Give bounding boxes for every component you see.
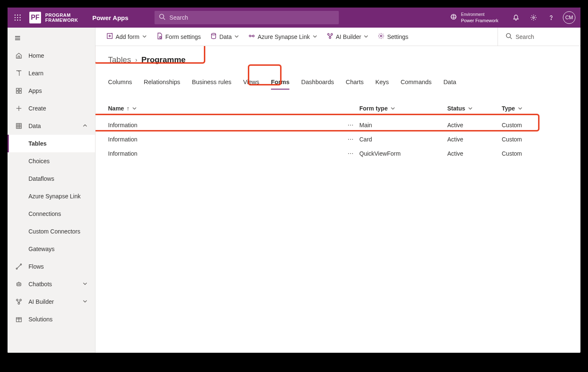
- cmd-settings[interactable]: Settings: [374, 31, 412, 42]
- notifications-icon[interactable]: [512, 13, 520, 22]
- cell-form-type: Main: [359, 122, 447, 128]
- sidebar-item-solutions[interactable]: Solutions: [8, 310, 95, 328]
- sidebar-toggle[interactable]: [8, 29, 28, 47]
- tab-relationships[interactable]: Relationships: [144, 75, 180, 90]
- column-type[interactable]: Type: [502, 105, 552, 112]
- brand[interactable]: PF PROGRAM FRAMEWORK: [28, 12, 83, 23]
- svg-rect-19: [19, 88, 21, 90]
- cell-status: Active: [447, 122, 502, 128]
- environment-name: Power Framework: [461, 18, 498, 23]
- doc-gear-icon: [156, 33, 163, 41]
- row-more-icon[interactable]: ⋯: [343, 122, 359, 128]
- sidebar-item-home[interactable]: Home: [8, 47, 95, 64]
- sidebar-subitem-dataflows[interactable]: Dataflows: [8, 170, 95, 187]
- tab-commands[interactable]: Commands: [400, 75, 431, 90]
- cmd-label: Add form: [116, 33, 139, 40]
- tab-charts[interactable]: Charts: [346, 75, 364, 90]
- tab-views[interactable]: Views: [243, 75, 259, 90]
- sidebar-subitem-azure-synapse-link[interactable]: Azure Synapse Link: [8, 187, 95, 205]
- tab-columns[interactable]: Columns: [108, 75, 132, 90]
- table-row[interactable]: Information⋯MainActiveCustom: [108, 118, 568, 132]
- brand-logo: PF: [29, 12, 41, 23]
- column-name[interactable]: Name ↑: [108, 105, 343, 112]
- chevron-down-icon: [364, 33, 369, 40]
- svg-point-2: [20, 15, 21, 16]
- sidebar-item-ai-builder[interactable]: AI Builder: [8, 293, 95, 310]
- cmd-ai-builder[interactable]: AI Builder: [323, 31, 372, 42]
- global-search[interactable]: [155, 11, 339, 24]
- cmd-label: Azure Synapse Link: [258, 33, 310, 40]
- svg-point-0: [15, 15, 16, 16]
- user-avatar[interactable]: CM: [563, 11, 575, 24]
- table-row[interactable]: Information⋯QuickViewFormActiveCustom: [108, 146, 568, 161]
- sidebar-item-label: Create: [28, 105, 46, 112]
- tab-business-rules[interactable]: Business rules: [192, 75, 231, 90]
- ai-icon: [327, 33, 333, 41]
- breadcrumb-root[interactable]: Tables: [108, 55, 131, 64]
- tab-forms[interactable]: Forms: [271, 75, 289, 90]
- waffle-icon[interactable]: [8, 8, 28, 28]
- tab-data[interactable]: Data: [444, 75, 456, 90]
- svg-rect-31: [17, 283, 21, 286]
- svg-point-46: [329, 37, 331, 38]
- chevron-down-icon: [142, 33, 147, 40]
- tab-dashboards[interactable]: Dashboards: [301, 75, 334, 90]
- help-icon[interactable]: [547, 13, 555, 22]
- content-area: Tables › Programme ColumnsRelationshipsB…: [95, 46, 580, 353]
- svg-line-10: [163, 18, 165, 20]
- command-search[interactable]: Search: [498, 28, 573, 46]
- svg-point-3: [15, 17, 16, 18]
- sidebar-subitem-connections[interactable]: Connections: [8, 205, 95, 223]
- sidebar-subitem-tables[interactable]: Tables: [8, 135, 95, 152]
- environment-picker[interactable]: Environment Power Framework: [450, 12, 506, 23]
- add-square-icon: [106, 33, 113, 41]
- cell-type: Custom: [502, 150, 552, 157]
- sidebar-subitem-choices[interactable]: Choices: [8, 152, 95, 170]
- global-search-input[interactable]: [170, 14, 335, 21]
- svg-rect-20: [16, 91, 18, 93]
- cell-form-type: Card: [359, 136, 447, 143]
- sidebar-item-label: Home: [28, 52, 44, 59]
- cmd-data[interactable]: Data: [207, 31, 243, 42]
- sidebar: HomeLearnAppsCreateDataTablesChoicesData…: [8, 28, 95, 353]
- svg-point-32: [18, 284, 18, 285]
- sidebar-item-flows[interactable]: Flows: [8, 258, 95, 275]
- sidebar-item-create[interactable]: Create: [8, 100, 95, 117]
- forms-grid: Name ↑ Form type Status: [108, 101, 568, 161]
- sidebar-item-apps[interactable]: Apps: [8, 82, 95, 100]
- cmd-form-settings[interactable]: Form settings: [153, 31, 204, 42]
- chevron-right-icon: ›: [135, 56, 137, 63]
- chevron-down-icon: [518, 106, 523, 111]
- db-icon: [210, 33, 217, 41]
- cell-name[interactable]: Information: [108, 122, 343, 128]
- tab-keys[interactable]: Keys: [375, 75, 389, 90]
- cmd-azure-synapse-link[interactable]: Azure Synapse Link: [245, 31, 321, 42]
- svg-point-43: [253, 35, 254, 37]
- sidebar-item-label: Learn: [28, 70, 44, 77]
- ai-icon: [15, 298, 23, 305]
- sidebar-item-learn[interactable]: Learn: [8, 64, 95, 82]
- svg-point-40: [160, 36, 161, 38]
- svg-point-37: [18, 303, 20, 304]
- plus-icon: [15, 105, 23, 112]
- column-status[interactable]: Status: [447, 105, 502, 112]
- sidebar-subitem-gateways[interactable]: Gateways: [8, 240, 95, 258]
- sidebar-item-chatbots[interactable]: Chatbots: [8, 275, 95, 293]
- svg-point-41: [211, 33, 216, 35]
- settings-icon[interactable]: [529, 13, 538, 22]
- sort-asc-icon: ↑: [126, 105, 129, 112]
- column-form-type[interactable]: Form type: [359, 105, 447, 112]
- cmd-label: AI Builder: [336, 33, 361, 40]
- sidebar-subitem-custom-connectors[interactable]: Custom Connectors: [8, 223, 95, 240]
- sidebar-item-data[interactable]: Data: [8, 117, 95, 135]
- svg-point-4: [17, 17, 18, 18]
- svg-point-13: [533, 17, 534, 18]
- grid-icon: [15, 123, 23, 129]
- cmd-add-form[interactable]: Add form: [103, 31, 150, 42]
- table-row[interactable]: Information⋯CardActiveCustom: [108, 132, 568, 146]
- sidebar-item-label: Data: [28, 123, 41, 129]
- cell-name[interactable]: Information: [108, 136, 343, 143]
- row-more-icon[interactable]: ⋯: [343, 136, 359, 143]
- row-more-icon[interactable]: ⋯: [343, 150, 359, 157]
- cell-name[interactable]: Information: [108, 150, 343, 157]
